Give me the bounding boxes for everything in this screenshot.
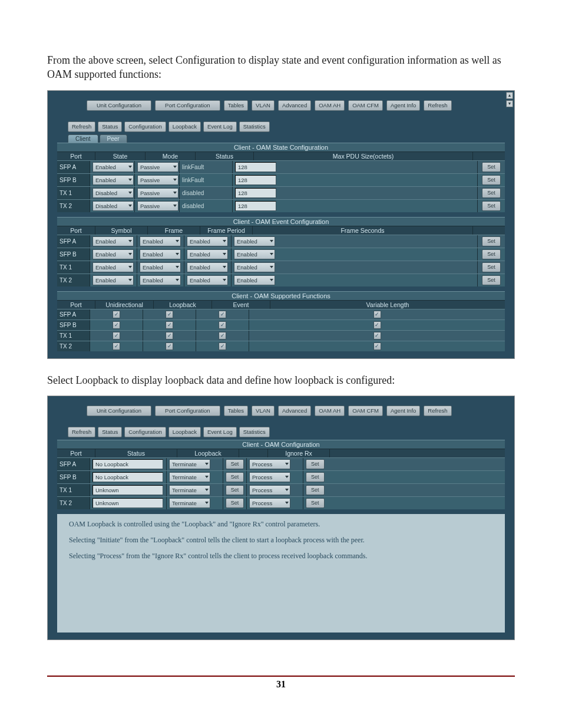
- frame-seconds-dropdown[interactable]: Enabled: [234, 249, 275, 259]
- sub-refresh[interactable]: Refresh: [68, 427, 95, 437]
- sub-refresh[interactable]: Refresh: [68, 121, 95, 132]
- ignore-rx-dropdown[interactable]: Process: [249, 472, 290, 482]
- loopback-dropdown[interactable]: Terminate: [169, 498, 210, 508]
- nav-refresh[interactable]: Refresh: [424, 100, 451, 111]
- state-dropdown[interactable]: Enabled: [92, 175, 134, 185]
- pdu-input[interactable]: 128: [235, 188, 276, 198]
- set-button[interactable]: Set: [482, 201, 501, 211]
- set-button[interactable]: Set: [482, 175, 501, 185]
- nav-refresh[interactable]: Refresh: [424, 406, 451, 416]
- frame-dropdown[interactable]: Enabled: [140, 236, 181, 246]
- state-dropdown[interactable]: Disabled: [92, 188, 134, 198]
- mode-dropdown[interactable]: Passive: [137, 162, 178, 172]
- mode-dropdown[interactable]: Passive: [137, 201, 178, 211]
- hdr-frame-period: Frame Period: [200, 226, 253, 235]
- mode-dropdown[interactable]: Passive: [137, 175, 178, 185]
- nav-agent-info[interactable]: Agent Info: [386, 406, 420, 416]
- nav-agent-info[interactable]: Agent Info: [386, 100, 420, 111]
- status-cell: linkFault: [180, 174, 233, 186]
- nav-tables[interactable]: Tables: [224, 100, 248, 111]
- paragraph-2: Select Loopback to display loopback data…: [47, 373, 515, 387]
- symbol-dropdown[interactable]: Enabled: [92, 275, 134, 285]
- nav-vlan[interactable]: VLAN: [252, 100, 275, 111]
- nav-vlan[interactable]: VLAN: [252, 406, 275, 416]
- hdr-variable-length: Variable Length: [270, 301, 505, 309]
- sub-configuration[interactable]: Configuration: [124, 121, 166, 132]
- set-button[interactable]: Set: [226, 485, 244, 495]
- frame-dropdown[interactable]: Enabled: [140, 275, 181, 285]
- sub-loopback[interactable]: Loopback: [168, 121, 201, 132]
- sub-statistics[interactable]: Statistics: [239, 427, 270, 437]
- state-dropdown[interactable]: Disabled: [92, 201, 134, 211]
- frame-seconds-dropdown[interactable]: Enabled: [234, 275, 275, 285]
- ignore-rx-dropdown[interactable]: Process: [249, 498, 290, 508]
- nav-oam-ah[interactable]: OAM AH: [315, 406, 345, 416]
- scroll-down-icon[interactable]: ▼: [506, 100, 513, 107]
- set-button[interactable]: Set: [226, 498, 244, 508]
- ignore-rx-dropdown[interactable]: Process: [249, 459, 290, 469]
- nav-oam-ah[interactable]: OAM AH: [315, 100, 345, 111]
- set-button[interactable]: Set: [482, 236, 501, 246]
- frame-seconds-dropdown[interactable]: Enabled: [234, 262, 275, 272]
- state-dropdown[interactable]: Enabled: [92, 162, 134, 172]
- set-button[interactable]: Set: [482, 162, 501, 172]
- tab-row: Client Peer: [68, 134, 505, 143]
- loopback-status-field: Unknown: [92, 485, 163, 495]
- sub-event-log[interactable]: Event Log: [203, 427, 237, 437]
- nav-unit-configuration[interactable]: Unit Configuration: [87, 100, 151, 111]
- nav-advanced[interactable]: Advanced: [278, 406, 311, 416]
- mode-dropdown[interactable]: Passive: [137, 188, 178, 198]
- scroll-up-icon[interactable]: ▲: [506, 92, 513, 99]
- nav-oam-cfm[interactable]: OAM CFM: [348, 100, 383, 111]
- nav-tables[interactable]: Tables: [224, 406, 248, 416]
- frame-period-dropdown[interactable]: Enabled: [187, 275, 228, 285]
- set-button[interactable]: Set: [226, 459, 244, 469]
- sub-status[interactable]: Status: [98, 121, 122, 132]
- hdr-symbol: Symbol: [95, 226, 148, 235]
- loopback-dropdown[interactable]: Terminate: [169, 459, 210, 469]
- sub-event-log[interactable]: Event Log: [203, 121, 237, 132]
- nav-oam-cfm[interactable]: OAM CFM: [348, 406, 383, 416]
- set-button[interactable]: Set: [306, 472, 325, 482]
- set-button[interactable]: Set: [306, 485, 325, 495]
- frame-dropdown[interactable]: Enabled: [140, 262, 181, 272]
- set-button[interactable]: Set: [482, 188, 501, 198]
- set-button[interactable]: Set: [482, 275, 501, 285]
- sub-statistics[interactable]: Statistics: [239, 121, 270, 132]
- loopback-dropdown[interactable]: Terminate: [169, 472, 210, 482]
- symbol-dropdown[interactable]: Enabled: [92, 249, 134, 259]
- event-checkbox: ✓: [219, 342, 226, 350]
- sub-loopback[interactable]: Loopback: [168, 427, 201, 437]
- pdu-input[interactable]: 128: [235, 175, 276, 185]
- nav-port-configuration[interactable]: Port Configuration: [155, 406, 220, 416]
- tab-peer[interactable]: Peer: [100, 134, 127, 143]
- table-row: SFP BNo LoopbackTerminateSetProcessSet: [57, 470, 505, 483]
- set-button[interactable]: Set: [482, 262, 501, 272]
- loopback-dropdown[interactable]: Terminate: [169, 485, 210, 495]
- frame-period-dropdown[interactable]: Enabled: [187, 262, 228, 272]
- frame-period-dropdown[interactable]: Enabled: [187, 236, 228, 246]
- ignore-rx-dropdown[interactable]: Process: [249, 485, 290, 495]
- screenshot-configuration: ▲ ▼ Unit Configuration Port Configuratio…: [47, 90, 515, 359]
- symbol-dropdown[interactable]: Enabled: [92, 236, 134, 246]
- event-checkbox: ✓: [219, 321, 226, 329]
- nav-port-configuration[interactable]: Port Configuration: [155, 100, 220, 111]
- nav-unit-configuration[interactable]: Unit Configuration: [87, 406, 151, 416]
- frame-seconds-dropdown[interactable]: Enabled: [234, 236, 275, 246]
- nav-advanced[interactable]: Advanced: [278, 100, 311, 111]
- frame-dropdown[interactable]: Enabled: [140, 249, 181, 259]
- table-row: TX 2✓✓✓✓: [57, 341, 505, 351]
- pdu-input[interactable]: 128: [235, 201, 276, 211]
- frame-period-dropdown[interactable]: Enabled: [187, 249, 228, 259]
- symbol-dropdown[interactable]: Enabled: [92, 262, 134, 272]
- pdu-input[interactable]: 128: [235, 162, 276, 172]
- sub-configuration[interactable]: Configuration: [124, 427, 166, 437]
- tab-client[interactable]: Client: [68, 134, 98, 143]
- hdr-status: Status: [95, 449, 177, 457]
- sub-status[interactable]: Status: [98, 427, 122, 437]
- set-button[interactable]: Set: [482, 249, 501, 259]
- set-button[interactable]: Set: [306, 459, 325, 469]
- set-button[interactable]: Set: [306, 498, 325, 508]
- table-row: SFP AEnabledEnabledEnabledEnabledSet: [57, 235, 505, 248]
- set-button[interactable]: Set: [226, 472, 244, 482]
